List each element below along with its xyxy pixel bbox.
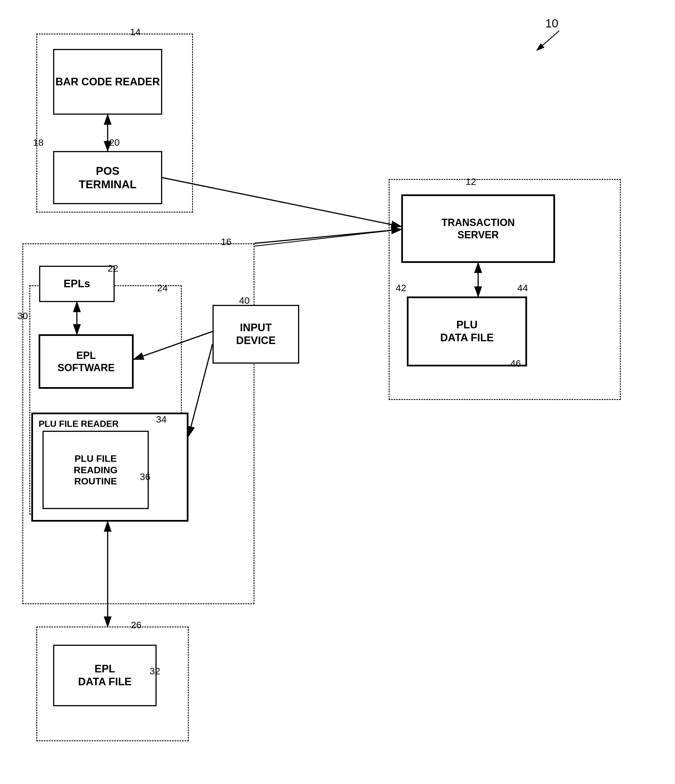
svg-line-7 — [255, 229, 401, 243]
ref-10-label: 10 — [545, 17, 558, 30]
epls-box: EPLs — [39, 266, 115, 302]
plu-data-file-box: PLUDATA FILE — [407, 297, 527, 366]
ref-34: 34 — [156, 414, 166, 425]
ref-44: 44 — [517, 283, 528, 293]
ref-20: 20 — [109, 137, 120, 148]
svg-line-13 — [255, 229, 401, 246]
input-device-box: INPUTDEVICE — [213, 305, 299, 364]
bar-code-reader-box: BAR CODE READER — [53, 49, 162, 115]
epl-data-file-box: EPLDATA FILE — [53, 645, 157, 706]
ref-22: 22 — [108, 263, 118, 274]
epl-software-box: EPLSOFTWARE — [39, 334, 134, 389]
ref-24: 24 — [157, 283, 168, 293]
ref-26: 26 — [131, 619, 142, 630]
ref-40: 40 — [239, 295, 250, 306]
ref-14: 14 — [130, 26, 141, 37]
ref-46: 46 — [510, 358, 521, 369]
svg-line-4 — [537, 31, 559, 50]
ref-16: 16 — [221, 236, 232, 247]
svg-line-6 — [162, 177, 401, 227]
ref-30: 30 — [17, 311, 28, 321]
pos-terminal-box: POSTERMINAL — [53, 151, 162, 204]
transaction-server-box: TRANSACTIONSERVER — [401, 194, 555, 263]
ref-32: 32 — [149, 666, 160, 677]
ref-36: 36 — [140, 471, 151, 482]
ref-18: 18 — [33, 137, 44, 148]
ref-42: 42 — [396, 283, 406, 293]
diagram-container: 10 BAR CODE READER POSTERMINAL EPLs EPLS… — [0, 0, 675, 784]
plu-file-reading-routine-box: PLU FILEREADINGROUTINE — [42, 431, 149, 509]
ref-12: 12 — [465, 176, 476, 187]
